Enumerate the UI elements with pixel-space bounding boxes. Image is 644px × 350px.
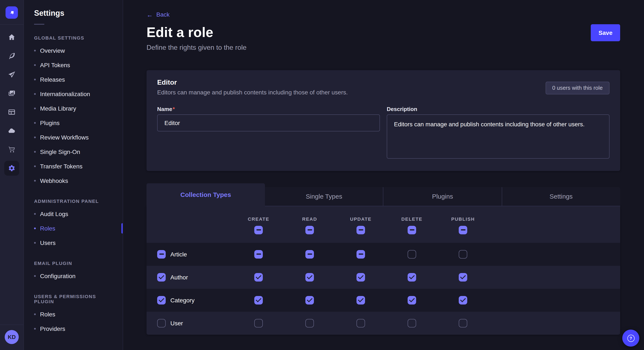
row-checkbox-user[interactable] [157, 319, 166, 327]
article-publish-checkbox[interactable] [459, 250, 467, 258]
bullet-icon [34, 213, 36, 215]
column-label: READ [302, 216, 317, 221]
subnav-item-audit-logs[interactable]: Audit Logs [24, 207, 123, 221]
feather-icon[interactable] [4, 48, 19, 63]
layout-icon[interactable] [4, 105, 19, 120]
subnav-item-label: Transfer Tokens [40, 163, 82, 170]
strapi-logo-mark [8, 9, 15, 16]
author-read-checkbox[interactable] [306, 273, 314, 281]
subnav-item-releases[interactable]: Releases [24, 72, 123, 87]
article-create-checkbox[interactable] [254, 250, 263, 258]
author-publish-checkbox[interactable] [459, 273, 467, 281]
settings-gear-icon[interactable] [4, 161, 19, 176]
subnav-item-plugins[interactable]: Plugins [24, 116, 123, 130]
subnav-item-label: Roles [40, 225, 55, 232]
select-all-read-checkbox[interactable] [306, 226, 314, 234]
user-create-checkbox[interactable] [254, 319, 263, 327]
row-label: Category [170, 297, 195, 303]
category-update-checkbox[interactable] [356, 296, 365, 304]
select-all-create-checkbox[interactable] [254, 226, 263, 234]
permissions-section: Collection Types Single Types Plugins Se… [146, 183, 620, 335]
row-checkbox-category[interactable] [157, 296, 166, 304]
subnav-item-label: API Tokens [40, 62, 70, 68]
subnav-item-label: Audit Logs [40, 210, 68, 217]
subnav-item-api-tokens[interactable]: API Tokens [24, 58, 123, 72]
name-input[interactable] [157, 114, 380, 131]
active-indicator-bar [122, 223, 123, 233]
category-create-checkbox[interactable] [254, 296, 263, 304]
article-read-checkbox[interactable] [306, 250, 314, 258]
strapi-logo[interactable] [6, 6, 18, 19]
user-read-checkbox[interactable] [306, 319, 314, 327]
article-update-checkbox[interactable] [356, 250, 365, 258]
article-delete-checkbox[interactable] [408, 250, 416, 258]
role-details-card: Editor Editors can manage and publish co… [146, 70, 620, 171]
home-icon[interactable] [4, 30, 19, 45]
author-create-checkbox[interactable] [254, 273, 263, 281]
bullet-icon [34, 122, 36, 124]
subnav-item-label: Media Library [40, 105, 76, 112]
select-all-publish-checkbox[interactable] [459, 226, 467, 234]
subnav-item-roles-active[interactable]: Roles [24, 221, 123, 236]
subnav-item-up-providers[interactable]: Providers [24, 322, 123, 336]
category-read-checkbox[interactable] [306, 296, 314, 304]
column-publish: PUBLISH [438, 216, 488, 234]
bullet-icon [34, 227, 36, 229]
column-update: UPDATE [335, 216, 386, 234]
row-checkbox-author[interactable] [157, 273, 166, 281]
user-delete-checkbox[interactable] [408, 319, 416, 327]
column-label: UPDATE [350, 216, 372, 221]
user-publish-checkbox[interactable] [459, 319, 467, 327]
permissions-table-header: CREATE READ UPDATE DELETE [146, 206, 620, 243]
description-textarea[interactable]: Editors can manage and publish contents … [387, 114, 610, 159]
role-summary: Editor Editors can manage and publish co… [157, 78, 348, 95]
role-description: Editors can manage and publish contents … [157, 89, 348, 95]
row-checkbox-article[interactable] [157, 250, 166, 258]
select-all-update-checkbox[interactable] [356, 226, 365, 234]
column-label: PUBLISH [451, 216, 475, 221]
tab-single-types[interactable]: Single Types [265, 187, 383, 206]
subnav-item-single-sign-on[interactable]: Single Sign-On [24, 145, 123, 159]
permissions-tabs: Collection Types Single Types Plugins Se… [146, 183, 620, 206]
subnav-item-users[interactable]: Users [24, 236, 123, 250]
subnav-item-transfer-tokens[interactable]: Transfer Tokens [24, 159, 123, 174]
column-delete: DELETE [386, 216, 438, 234]
subnav-item-overview[interactable]: Overview [24, 43, 123, 58]
bullet-icon [34, 93, 36, 95]
subnav-item-configuration[interactable]: Configuration [24, 269, 123, 283]
subnav-item-webhooks[interactable]: Webhooks [24, 174, 123, 188]
author-update-checkbox[interactable] [356, 273, 365, 281]
settings-subnav: Settings GLOBAL SETTINGS Overview API To… [24, 0, 123, 350]
bullet-icon [34, 328, 36, 330]
tab-settings[interactable]: Settings [502, 187, 620, 206]
subnav-title-rule [34, 24, 44, 25]
table-row-author: Author [146, 266, 620, 289]
user-avatar[interactable]: KD [5, 330, 19, 344]
back-link[interactable]: ← Back [146, 11, 170, 18]
bullet-icon [34, 275, 36, 277]
save-button[interactable]: Save [591, 24, 620, 41]
author-delete-checkbox[interactable] [408, 273, 416, 281]
category-publish-checkbox[interactable] [459, 296, 467, 304]
tab-plugins[interactable]: Plugins [383, 187, 502, 206]
select-all-delete-checkbox[interactable] [408, 226, 416, 234]
subnav-title: Settings [34, 9, 123, 18]
section-administration-panel: ADMINISTRATION PANEL [34, 199, 112, 204]
subnav-item-label: Releases [40, 76, 65, 83]
media-library-icon[interactable] [4, 86, 19, 101]
category-delete-checkbox[interactable] [408, 296, 416, 304]
subnav-item-up-roles[interactable]: Roles [24, 307, 123, 322]
table-row-article: Article [146, 243, 620, 266]
user-update-checkbox[interactable] [356, 319, 365, 327]
subnav-item-internationalization[interactable]: Internationalization [24, 87, 123, 101]
section-users-permissions-plugin: USERS & PERMISSIONS PLUGIN [34, 294, 112, 304]
cart-icon[interactable] [4, 142, 19, 157]
subnav-item-review-workflows[interactable]: Review Workflows [24, 130, 123, 145]
subnav-item-media-library[interactable]: Media Library [24, 101, 123, 116]
help-button[interactable]: ? [622, 330, 639, 347]
cloud-icon[interactable] [4, 123, 19, 138]
tab-collection-types[interactable]: Collection Types [146, 183, 265, 206]
paper-plane-icon[interactable] [4, 67, 19, 82]
users-with-role-badge[interactable]: 0 users with this role [546, 81, 610, 94]
administration-panel-list: Audit Logs Roles Users [24, 207, 123, 250]
